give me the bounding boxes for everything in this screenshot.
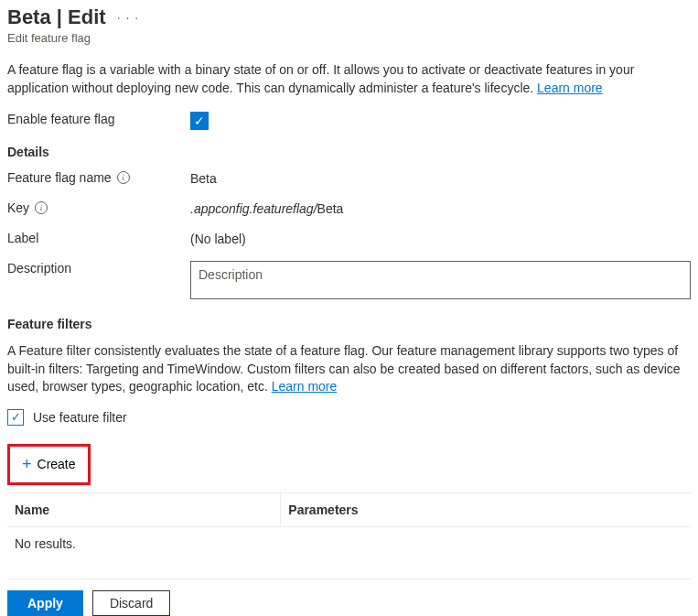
filters-text: A Feature filter consistently evaluates … [7,342,691,396]
filters-learn-more-link[interactable]: Learn more [272,379,338,394]
create-highlight-box: + Create [7,444,91,485]
page-title: Beta | Edit [7,5,106,29]
enable-checkbox[interactable]: ✓ [190,112,209,130]
table-row: No results. [7,526,691,560]
more-menu-icon[interactable]: · · · [117,10,139,25]
plus-icon: + [22,455,32,474]
intro-learn-more-link[interactable]: Learn more [537,81,603,95]
key-value: .appconfig.featureflag/Beta [190,200,691,216]
apply-button[interactable]: Apply [7,590,83,616]
description-label: Description [7,261,190,276]
key-name: Beta [317,201,344,216]
key-label: Key [7,200,29,215]
info-icon[interactable]: i [117,171,130,184]
info-icon[interactable]: i [35,201,48,214]
filters-body: A Feature filter consistently evaluates … [7,343,681,394]
check-icon: ✓ [11,410,21,424]
enable-label: Enable feature flag [7,112,190,126]
create-label: Create [38,457,76,471]
create-button[interactable]: + Create [13,449,85,480]
table-col-params: Parameters [281,492,691,526]
details-heading: Details [7,145,691,159]
divider [7,578,691,579]
page-header: Beta | Edit · · · Edit feature flag [7,5,691,45]
use-filter-checkbox[interactable]: ✓ [7,409,24,426]
flag-name-value: Beta [190,170,691,186]
page-subtitle: Edit feature flag [7,31,691,45]
use-filter-label: Use feature filter [33,410,127,425]
label-label: Label [7,231,190,245]
discard-button[interactable]: Discard [92,590,170,616]
table-empty: No results. [7,526,691,560]
check-icon: ✓ [194,113,205,128]
key-prefix: .appconfig.featureflag/ [190,201,317,216]
table-col-name: Name [7,492,281,526]
intro-text: A feature flag is a variable with a bina… [7,61,691,97]
flag-name-label: Feature flag name [7,170,112,185]
label-value: (No label) [190,231,691,246]
filters-table: Name Parameters No results. [7,492,691,560]
description-input[interactable] [190,261,691,299]
filters-heading: Feature filters [7,317,691,331]
